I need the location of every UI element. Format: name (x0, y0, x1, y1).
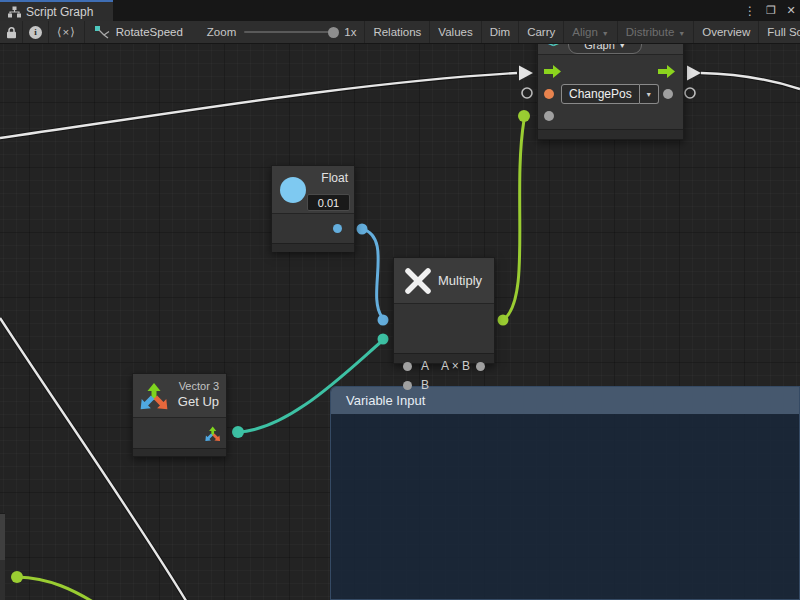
flow-arrow-in[interactable] (519, 66, 533, 81)
variable-dropdown[interactable]: ChangePos ▼ (561, 84, 659, 104)
unit-graph-icon (95, 26, 110, 39)
multiply-port-b[interactable] (403, 381, 412, 390)
code-preview-button[interactable]: ⟨×⟩ (49, 21, 85, 43)
lock-icon (6, 26, 16, 39)
unit-node-footer (538, 129, 683, 139)
wire-white-out-outline (701, 73, 800, 89)
wire-green-start-dot (498, 315, 509, 326)
multiply-port-a[interactable] (403, 362, 412, 371)
wire-white-in-outline (0, 73, 517, 138)
vector3-icon (140, 382, 168, 410)
script-graph-window: Variable Input (0, 0, 800, 600)
vector3-node-footer (133, 448, 226, 456)
full-screen-button[interactable]: Full Screen (759, 21, 800, 43)
offscreen-node-header[interactable] (0, 513, 5, 560)
unconnected-port-left[interactable] (522, 88, 532, 98)
window-menu-button[interactable]: ⋮ (742, 0, 758, 21)
vector3-output-port[interactable] (205, 426, 220, 441)
port-output-value[interactable] (663, 89, 673, 99)
info-icon: i (29, 26, 42, 39)
wire-teal-end-dot (378, 334, 389, 345)
zoom-control: Zoom 1x (193, 21, 366, 43)
unit-node-graph[interactable]: <> Graph ▼ ChangePos ▼ (537, 30, 684, 140)
distribute-button[interactable]: Distribute▼ (618, 21, 695, 43)
zoom-slider-handle[interactable] (328, 27, 339, 38)
window-close-button[interactable]: ✕ (782, 0, 800, 21)
float-type-icon (280, 177, 306, 203)
port-variable-name[interactable] (544, 89, 554, 99)
vector3-type-label: Vector 3 (179, 380, 219, 392)
multiply-icon (404, 267, 432, 295)
zoom-slider[interactable] (244, 31, 336, 33)
dim-button[interactable]: Dim (482, 21, 519, 43)
info-button[interactable]: i (23, 21, 49, 43)
vector3-node-title: Get Up (178, 394, 219, 409)
float-node-title: Float (321, 171, 348, 185)
wire-green-bottom-dot (11, 571, 23, 583)
zoom-value: 1x (344, 26, 356, 38)
wire-blue-end-dot (378, 315, 389, 326)
carry-button[interactable]: Carry (519, 21, 564, 43)
variable-dropdown-caret[interactable]: ▼ (640, 84, 659, 104)
wire-teal-start-dot (232, 426, 244, 438)
vector3-getup-node[interactable]: Vector 3 Get Up (132, 373, 227, 457)
graph-icon (8, 6, 21, 18)
wire-white-diagonal[interactable] (0, 318, 188, 600)
overview-button[interactable]: Overview (694, 21, 759, 43)
multiply-output-port[interactable] (476, 362, 485, 371)
wire-teal[interactable] (238, 341, 382, 432)
graph-toolbar: i ⟨×⟩ RotateSpeed Zoom 1x Relations Valu… (0, 21, 800, 44)
window-maximize-button[interactable]: ❐ (762, 0, 780, 21)
multiply-port-a-label: A (421, 359, 429, 373)
wire-green-end-dot (518, 110, 530, 122)
float-value-input[interactable] (307, 194, 350, 211)
values-button[interactable]: Values (430, 21, 481, 43)
float-node[interactable]: Float (271, 165, 355, 252)
tab-strip: Script Graph ⋮ ❐ ✕ (0, 0, 800, 21)
relations-button[interactable]: Relations (365, 21, 430, 43)
unconnected-port-right[interactable] (685, 88, 695, 98)
multiply-node[interactable]: Multiply A A × B B (393, 257, 495, 364)
lock-button[interactable] (0, 21, 23, 43)
wire-blue[interactable] (362, 229, 382, 317)
breadcrumb-label: RotateSpeed (116, 26, 183, 38)
align-button[interactable]: Align▼ (564, 21, 618, 43)
tab-title: Script Graph (26, 5, 93, 19)
multiply-output-label: A × B (441, 359, 470, 373)
chevron-down-icon: ▼ (678, 30, 685, 37)
flow-input-arrow-icon[interactable] (544, 65, 561, 78)
code-icon: ⟨×⟩ (57, 25, 76, 39)
graph-breadcrumb[interactable]: RotateSpeed (85, 21, 193, 43)
flow-arrow-out[interactable] (687, 66, 701, 81)
multiply-node-title: Multiply (438, 273, 482, 288)
zoom-label: Zoom (207, 26, 236, 38)
wire-green-bottom[interactable] (17, 577, 98, 600)
chevron-down-icon: ▼ (602, 30, 609, 37)
multiply-port-b-label: B (421, 378, 429, 392)
port-input-value[interactable] (544, 111, 554, 121)
offscreen-node-body[interactable] (0, 560, 5, 600)
float-output-port[interactable] (333, 224, 342, 233)
variable-dropdown-value[interactable]: ChangePos (561, 84, 640, 104)
wire-green[interactable] (503, 120, 524, 320)
float-node-footer (272, 243, 354, 252)
tab-script-graph[interactable]: Script Graph (0, 0, 113, 21)
wire-blue-start-dot (357, 224, 368, 235)
flow-output-arrow-icon[interactable] (658, 65, 675, 78)
